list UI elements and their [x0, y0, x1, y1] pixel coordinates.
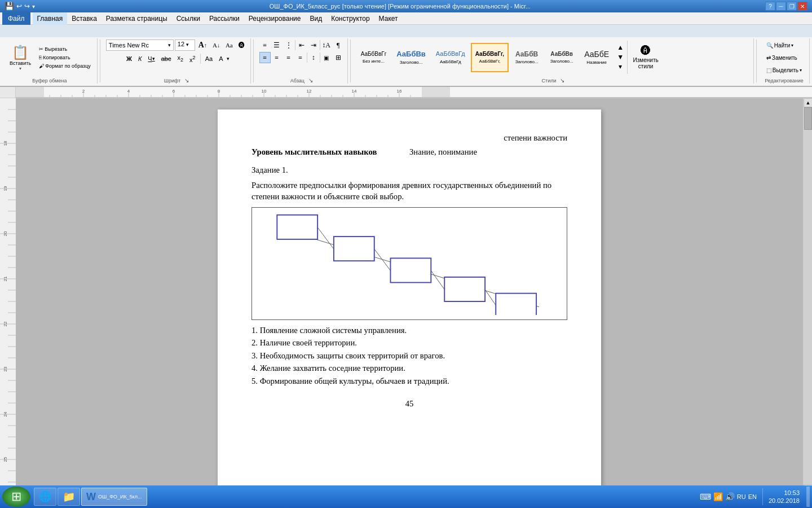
font-color-button[interactable]: А — [216, 53, 226, 64]
multilevel-button[interactable]: ⋮ — [283, 40, 294, 51]
menu-insert[interactable]: Вставка — [67, 12, 102, 25]
font-dialog-launcher[interactable]: ↘ — [184, 77, 189, 84]
ruler-area: 2 4 6 8 10 12 14 16 — [0, 87, 812, 98]
replace-button[interactable]: ⇄ Заменить — [762, 52, 806, 63]
menu-view[interactable]: Вид — [305, 12, 326, 25]
styles-dialog-launcher[interactable]: ↘ — [560, 77, 564, 84]
scroll-thumb[interactable] — [804, 107, 812, 130]
cut-button[interactable]: ✂ Вырезать — [36, 45, 94, 53]
menu-layout[interactable]: Разметка страницы — [102, 12, 172, 25]
keyboard-icon[interactable]: ⌨ — [700, 492, 711, 501]
word-icon: W — [86, 491, 96, 503]
menu-mailings[interactable]: Рассылки — [205, 12, 244, 25]
scroll-track[interactable] — [804, 107, 812, 484]
svg-text:22: 22 — [3, 321, 8, 326]
styles-scroll-up[interactable]: ▲ — [615, 43, 626, 52]
style-title[interactable]: АаБбЕ Название — [580, 43, 614, 72]
font-name-dropdown-icon: ▾ — [168, 42, 171, 48]
menu-home[interactable]: Главная — [33, 12, 68, 25]
style-heading3[interactable]: АаБбВ Заголово... — [510, 43, 544, 72]
bold-button[interactable]: Ж — [123, 53, 135, 64]
font-shrink-icon: A — [213, 42, 217, 49]
format-painter-button[interactable]: 🖌 Формат по образцу — [36, 62, 94, 70]
font-shrink-button[interactable]: A↓ — [210, 40, 222, 51]
find-button[interactable]: 🔍 Найти ▾ — [762, 40, 806, 51]
style-heading1[interactable]: АаБбВв Заголово... — [392, 43, 430, 72]
subscript-button[interactable]: x2 — [174, 53, 186, 64]
superscript-button[interactable]: x2 — [187, 53, 198, 64]
scroll-up-button[interactable]: ▲ — [804, 98, 812, 107]
restore-button[interactable]: ❐ — [787, 2, 797, 11]
help-button[interactable]: ? — [765, 2, 775, 11]
menu-file[interactable]: Файл — [2, 12, 30, 25]
underline-button[interactable]: Ч ▾ — [145, 53, 157, 64]
style-heading4[interactable]: АаБбВв Заголово... — [545, 43, 579, 72]
scrollbar-vertical[interactable]: ▲ ⬧ ⬧ ▼ — [803, 98, 812, 508]
bullets-button[interactable]: ≡ — [259, 40, 271, 51]
show-desktop-button[interactable] — [806, 487, 810, 507]
styles-scroll-down[interactable]: ▼ — [615, 52, 626, 62]
explorer-icon: 📁 — [63, 491, 75, 503]
show-formatting-button[interactable]: ¶ — [333, 40, 344, 51]
paragraph-buttons-row1: ≡ ☰ ⋮ ⇤ ⇥ ↕A ¶ — [259, 40, 344, 51]
svg-text:18: 18 — [3, 141, 8, 146]
align-right-button[interactable]: ≡ — [283, 52, 294, 63]
paragraph-dialog-launcher[interactable]: ↘ — [308, 77, 313, 84]
line-spacing-button[interactable]: ↕ — [308, 52, 319, 63]
close-button[interactable]: ✕ — [797, 2, 807, 11]
numbering-button[interactable]: ☰ — [271, 40, 283, 51]
change-case-button[interactable]: Аа — [223, 40, 235, 51]
ie-button[interactable]: 🌐 — [34, 488, 56, 506]
change-styles-button[interactable]: 🅐 Изменить стили — [629, 43, 663, 71]
svg-text:10: 10 — [262, 89, 267, 94]
justify-button[interactable]: ≡ — [295, 52, 306, 63]
styles-more[interactable]: ▾ — [615, 62, 626, 72]
lang-indicator-ru[interactable]: RU — [737, 493, 746, 500]
volume-icon[interactable]: 🔊 — [725, 492, 735, 501]
sort-button[interactable]: ↕A — [321, 40, 332, 51]
font-name-selector[interactable]: Times New Rc ▾ — [106, 40, 174, 51]
change-case-icon: Аа — [226, 42, 233, 49]
network-icon[interactable]: 📶 — [713, 492, 723, 501]
menu-design[interactable]: Конструктор — [326, 12, 374, 25]
select-button[interactable]: ⬚ Выделить ▾ — [762, 64, 806, 76]
font-size-dropdown-icon: ▾ — [186, 42, 189, 47]
font-size-selector[interactable]: 12 ▾ — [175, 40, 195, 51]
style-normal[interactable]: АаБбВвГг, АаБбВвГг, — [471, 43, 509, 72]
svg-text:19: 19 — [3, 186, 8, 191]
style-heading2[interactable]: АаБбВвГд АаБбВвГд — [431, 43, 470, 72]
menu-review[interactable]: Рецензирование — [244, 12, 306, 25]
align-center-button[interactable]: ≡ — [271, 52, 283, 63]
font-group: Times New Rc ▾ 12 ▾ A↑ A↓ Аа 🅐 Ж К — [103, 38, 251, 84]
italic-button[interactable]: К — [135, 53, 144, 64]
svg-text:25: 25 — [3, 457, 8, 462]
explorer-button[interactable]: 📁 — [58, 488, 80, 506]
ruler-corner[interactable] — [0, 87, 16, 98]
shading-button[interactable]: ▣ — [321, 52, 332, 63]
font-grow-button[interactable]: A↑ — [196, 40, 209, 51]
paste-button[interactable]: 📋 Вставить ▾ — [6, 43, 35, 73]
quick-access-toolbar[interactable]: 💾 ↩ ↪ ▾ — [5, 2, 35, 11]
decrease-indent-button[interactable]: ⇤ — [296, 40, 307, 51]
word-button[interactable]: W ОШ_ФО_ИК_5кл... — [81, 488, 147, 506]
document-area[interactable]: степени важности Уровень мыслительных на… — [16, 98, 803, 508]
editing-buttons: 🔍 Найти ▾ ⇄ Заменить ⬚ Выделить ▾ — [762, 40, 806, 76]
copy-button[interactable]: ⎘ Копировать — [36, 54, 94, 62]
minimize-button[interactable]: ─ — [776, 2, 786, 11]
main-area: 18 19 20 21 22 23 24 25 степени важности — [0, 98, 812, 508]
menu-layout2[interactable]: Макет — [374, 12, 403, 25]
font-color-dropdown-icon[interactable]: ▾ — [227, 56, 230, 62]
menu-references[interactable]: Ссылки — [172, 12, 205, 25]
window-controls[interactable]: ? ─ ❐ ✕ — [765, 2, 807, 11]
align-left-button[interactable]: ≡ — [259, 52, 271, 63]
borders-button[interactable]: ⊞ — [333, 52, 344, 63]
highlight-button[interactable]: Аа — [202, 53, 216, 64]
increase-indent-button[interactable]: ⇥ — [308, 40, 319, 51]
section-label: Уровень мыслительных навыков — [251, 146, 409, 158]
style-normal-text[interactable]: АаБбВвГг Без инте... — [356, 43, 391, 72]
underline-dropdown-icon: ▾ — [152, 56, 155, 62]
system-clock[interactable]: 10:53 20.02.2018 — [769, 489, 800, 505]
clear-formatting-button[interactable]: 🅐 — [236, 40, 247, 51]
start-button[interactable]: ⊞ — [2, 487, 30, 507]
strikethrough-button[interactable]: abc — [158, 53, 174, 64]
